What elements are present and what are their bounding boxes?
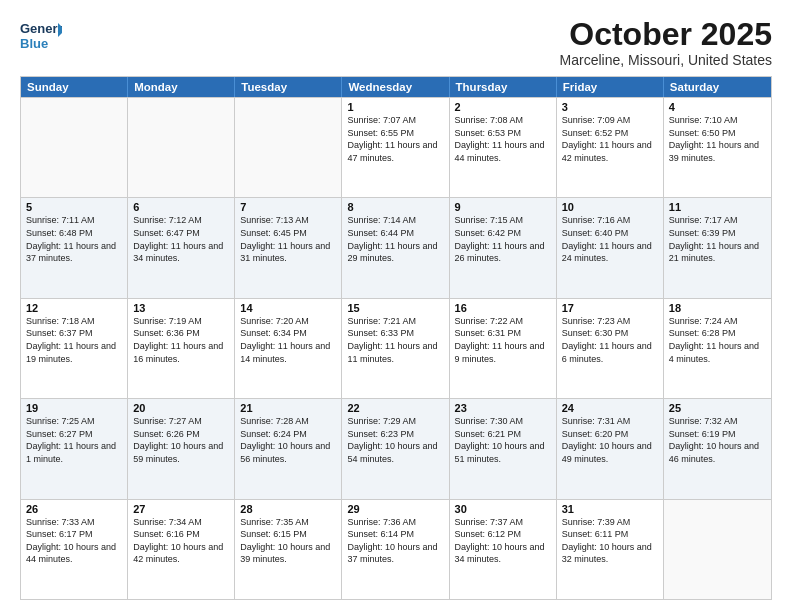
day-info: Sunrise: 7:20 AM Sunset: 6:34 PM Dayligh… xyxy=(240,315,336,365)
day-number: 16 xyxy=(455,302,551,314)
day-info: Sunrise: 7:29 AM Sunset: 6:23 PM Dayligh… xyxy=(347,415,443,465)
day-info: Sunrise: 7:14 AM Sunset: 6:44 PM Dayligh… xyxy=(347,214,443,264)
page: General Blue October 2025 Marceline, Mis… xyxy=(0,0,792,612)
svg-text:General: General xyxy=(20,21,62,36)
day-info: Sunrise: 7:36 AM Sunset: 6:14 PM Dayligh… xyxy=(347,516,443,566)
calendar-row-2: 12Sunrise: 7:18 AM Sunset: 6:37 PM Dayli… xyxy=(21,298,771,398)
day-number: 26 xyxy=(26,503,122,515)
day-number: 24 xyxy=(562,402,658,414)
day-info: Sunrise: 7:18 AM Sunset: 6:37 PM Dayligh… xyxy=(26,315,122,365)
day-cell-13: 13Sunrise: 7:19 AM Sunset: 6:36 PM Dayli… xyxy=(128,299,235,398)
day-cell-16: 16Sunrise: 7:22 AM Sunset: 6:31 PM Dayli… xyxy=(450,299,557,398)
day-cell-29: 29Sunrise: 7:36 AM Sunset: 6:14 PM Dayli… xyxy=(342,500,449,599)
day-cell-26: 26Sunrise: 7:33 AM Sunset: 6:17 PM Dayli… xyxy=(21,500,128,599)
day-number: 1 xyxy=(347,101,443,113)
day-info: Sunrise: 7:34 AM Sunset: 6:16 PM Dayligh… xyxy=(133,516,229,566)
day-number: 28 xyxy=(240,503,336,515)
day-cell-3: 3Sunrise: 7:09 AM Sunset: 6:52 PM Daylig… xyxy=(557,98,664,197)
day-number: 18 xyxy=(669,302,766,314)
day-info: Sunrise: 7:22 AM Sunset: 6:31 PM Dayligh… xyxy=(455,315,551,365)
day-info: Sunrise: 7:31 AM Sunset: 6:20 PM Dayligh… xyxy=(562,415,658,465)
day-info: Sunrise: 7:09 AM Sunset: 6:52 PM Dayligh… xyxy=(562,114,658,164)
day-cell-24: 24Sunrise: 7:31 AM Sunset: 6:20 PM Dayli… xyxy=(557,399,664,498)
day-number: 7 xyxy=(240,201,336,213)
calendar-row-4: 26Sunrise: 7:33 AM Sunset: 6:17 PM Dayli… xyxy=(21,499,771,599)
day-number: 21 xyxy=(240,402,336,414)
header-day-tuesday: Tuesday xyxy=(235,77,342,97)
day-info: Sunrise: 7:10 AM Sunset: 6:50 PM Dayligh… xyxy=(669,114,766,164)
day-cell-17: 17Sunrise: 7:23 AM Sunset: 6:30 PM Dayli… xyxy=(557,299,664,398)
day-cell-2: 2Sunrise: 7:08 AM Sunset: 6:53 PM Daylig… xyxy=(450,98,557,197)
empty-cell-4-6 xyxy=(664,500,771,599)
day-info: Sunrise: 7:23 AM Sunset: 6:30 PM Dayligh… xyxy=(562,315,658,365)
day-number: 17 xyxy=(562,302,658,314)
day-number: 8 xyxy=(347,201,443,213)
day-number: 14 xyxy=(240,302,336,314)
logo-icon: General Blue xyxy=(20,18,62,60)
day-info: Sunrise: 7:17 AM Sunset: 6:39 PM Dayligh… xyxy=(669,214,766,264)
day-number: 30 xyxy=(455,503,551,515)
day-info: Sunrise: 7:30 AM Sunset: 6:21 PM Dayligh… xyxy=(455,415,551,465)
day-number: 29 xyxy=(347,503,443,515)
day-cell-28: 28Sunrise: 7:35 AM Sunset: 6:15 PM Dayli… xyxy=(235,500,342,599)
calendar-row-0: 1Sunrise: 7:07 AM Sunset: 6:55 PM Daylig… xyxy=(21,97,771,197)
day-number: 22 xyxy=(347,402,443,414)
header-day-saturday: Saturday xyxy=(664,77,771,97)
header-day-monday: Monday xyxy=(128,77,235,97)
day-info: Sunrise: 7:37 AM Sunset: 6:12 PM Dayligh… xyxy=(455,516,551,566)
header-day-sunday: Sunday xyxy=(21,77,128,97)
day-cell-12: 12Sunrise: 7:18 AM Sunset: 6:37 PM Dayli… xyxy=(21,299,128,398)
day-number: 23 xyxy=(455,402,551,414)
day-cell-8: 8Sunrise: 7:14 AM Sunset: 6:44 PM Daylig… xyxy=(342,198,449,297)
day-info: Sunrise: 7:39 AM Sunset: 6:11 PM Dayligh… xyxy=(562,516,658,566)
day-number: 25 xyxy=(669,402,766,414)
day-cell-30: 30Sunrise: 7:37 AM Sunset: 6:12 PM Dayli… xyxy=(450,500,557,599)
day-info: Sunrise: 7:19 AM Sunset: 6:36 PM Dayligh… xyxy=(133,315,229,365)
day-info: Sunrise: 7:11 AM Sunset: 6:48 PM Dayligh… xyxy=(26,214,122,264)
day-cell-25: 25Sunrise: 7:32 AM Sunset: 6:19 PM Dayli… xyxy=(664,399,771,498)
day-info: Sunrise: 7:16 AM Sunset: 6:40 PM Dayligh… xyxy=(562,214,658,264)
day-number: 31 xyxy=(562,503,658,515)
day-cell-11: 11Sunrise: 7:17 AM Sunset: 6:39 PM Dayli… xyxy=(664,198,771,297)
logo: General Blue xyxy=(20,18,62,60)
calendar-row-1: 5Sunrise: 7:11 AM Sunset: 6:48 PM Daylig… xyxy=(21,197,771,297)
day-info: Sunrise: 7:24 AM Sunset: 6:28 PM Dayligh… xyxy=(669,315,766,365)
day-info: Sunrise: 7:08 AM Sunset: 6:53 PM Dayligh… xyxy=(455,114,551,164)
day-info: Sunrise: 7:13 AM Sunset: 6:45 PM Dayligh… xyxy=(240,214,336,264)
day-number: 27 xyxy=(133,503,229,515)
header: General Blue October 2025 Marceline, Mis… xyxy=(20,18,772,68)
day-cell-19: 19Sunrise: 7:25 AM Sunset: 6:27 PM Dayli… xyxy=(21,399,128,498)
location: Marceline, Missouri, United States xyxy=(560,52,772,68)
empty-cell-0-0 xyxy=(21,98,128,197)
day-number: 15 xyxy=(347,302,443,314)
day-number: 10 xyxy=(562,201,658,213)
day-cell-20: 20Sunrise: 7:27 AM Sunset: 6:26 PM Dayli… xyxy=(128,399,235,498)
day-cell-31: 31Sunrise: 7:39 AM Sunset: 6:11 PM Dayli… xyxy=(557,500,664,599)
day-number: 9 xyxy=(455,201,551,213)
day-number: 11 xyxy=(669,201,766,213)
calendar-header: SundayMondayTuesdayWednesdayThursdayFrid… xyxy=(21,77,771,97)
day-info: Sunrise: 7:28 AM Sunset: 6:24 PM Dayligh… xyxy=(240,415,336,465)
header-day-wednesday: Wednesday xyxy=(342,77,449,97)
logo-container: General Blue xyxy=(20,18,62,60)
day-info: Sunrise: 7:32 AM Sunset: 6:19 PM Dayligh… xyxy=(669,415,766,465)
day-cell-9: 9Sunrise: 7:15 AM Sunset: 6:42 PM Daylig… xyxy=(450,198,557,297)
day-info: Sunrise: 7:25 AM Sunset: 6:27 PM Dayligh… xyxy=(26,415,122,465)
day-number: 6 xyxy=(133,201,229,213)
day-info: Sunrise: 7:33 AM Sunset: 6:17 PM Dayligh… xyxy=(26,516,122,566)
day-cell-14: 14Sunrise: 7:20 AM Sunset: 6:34 PM Dayli… xyxy=(235,299,342,398)
day-cell-5: 5Sunrise: 7:11 AM Sunset: 6:48 PM Daylig… xyxy=(21,198,128,297)
header-right: October 2025 Marceline, Missouri, United… xyxy=(560,18,772,68)
day-cell-15: 15Sunrise: 7:21 AM Sunset: 6:33 PM Dayli… xyxy=(342,299,449,398)
calendar-row-3: 19Sunrise: 7:25 AM Sunset: 6:27 PM Dayli… xyxy=(21,398,771,498)
day-info: Sunrise: 7:07 AM Sunset: 6:55 PM Dayligh… xyxy=(347,114,443,164)
day-number: 5 xyxy=(26,201,122,213)
day-number: 12 xyxy=(26,302,122,314)
empty-cell-0-1 xyxy=(128,98,235,197)
day-number: 2 xyxy=(455,101,551,113)
calendar-body: 1Sunrise: 7:07 AM Sunset: 6:55 PM Daylig… xyxy=(21,97,771,599)
day-cell-7: 7Sunrise: 7:13 AM Sunset: 6:45 PM Daylig… xyxy=(235,198,342,297)
day-info: Sunrise: 7:15 AM Sunset: 6:42 PM Dayligh… xyxy=(455,214,551,264)
svg-text:Blue: Blue xyxy=(20,36,48,51)
day-info: Sunrise: 7:12 AM Sunset: 6:47 PM Dayligh… xyxy=(133,214,229,264)
